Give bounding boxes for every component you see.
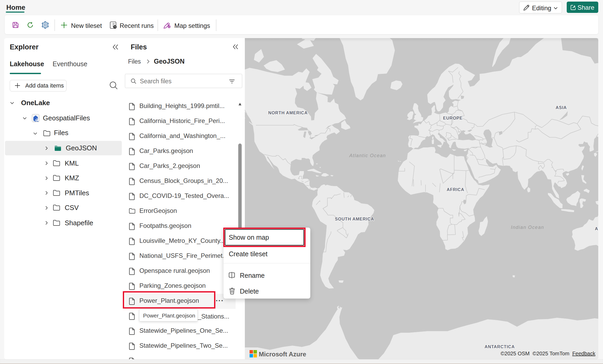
svg-text:AFRICA: AFRICA bbox=[447, 187, 464, 192]
svg-text:ASIA: ASIA bbox=[556, 105, 567, 110]
svg-text:ANTARCTICA: ANTARCTICA bbox=[485, 344, 515, 349]
svg-text:Indian Ocean: Indian Ocean bbox=[511, 224, 544, 230]
svg-text:EUROPE: EUROPE bbox=[443, 115, 463, 120]
svg-text:Atlantic Ocean: Atlantic Ocean bbox=[349, 153, 386, 158]
svg-text:AUSTRALIA: AUSTRALIA bbox=[595, 226, 598, 231]
svg-text:SOUTH AMERICA: SOUTH AMERICA bbox=[335, 216, 374, 221]
svg-text:NORTH AMERICA: NORTH AMERICA bbox=[268, 110, 308, 115]
